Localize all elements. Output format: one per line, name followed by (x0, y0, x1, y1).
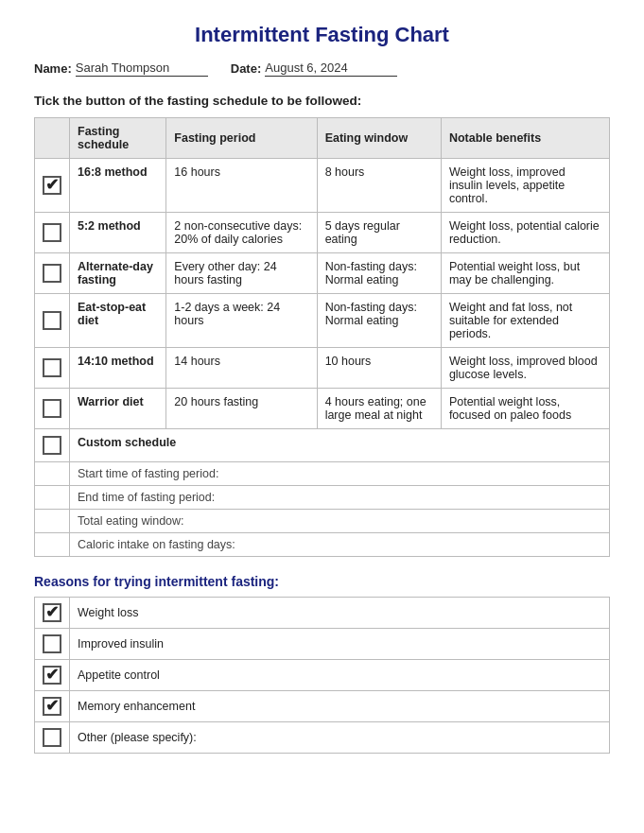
reason-row: Memory enhancement (35, 691, 610, 722)
table-row: 16:8 method16 hours8 hoursWeight loss, i… (35, 159, 610, 213)
custom-field-label: Caloric intake on fasting days: (70, 533, 610, 557)
reason-checkbox-cell[interactable] (35, 691, 70, 722)
custom-field-label: Start time of fasting period: (70, 462, 610, 486)
custom-field-label: Total eating window: (70, 510, 610, 533)
schedule-checkbox-cell[interactable] (35, 294, 70, 348)
section-prompt: Tick the button of the fasting schedule … (34, 94, 610, 108)
notable-benefits: Weight loss, improved blood glucose leve… (441, 348, 609, 389)
custom-field-label: End time of fasting period: (70, 486, 610, 510)
checkbox-icon[interactable] (43, 264, 61, 283)
checkbox-icon[interactable] (43, 176, 61, 195)
date-label: Date: (231, 61, 262, 76)
custom-field-row: End time of fasting period: (35, 486, 610, 510)
custom-schedule-checkbox-cell[interactable] (35, 429, 70, 462)
schedule-checkbox-cell[interactable] (35, 213, 70, 253)
reason-checkbox-cell[interactable] (35, 660, 70, 691)
reason-label: Other (please specify): (70, 722, 610, 754)
eating-window: Non-fasting days: Normal eating (317, 294, 441, 348)
checkbox-icon[interactable] (43, 223, 61, 242)
schedule-checkbox-cell[interactable] (35, 159, 70, 213)
fasting-schedule-table: Fasting schedule Fasting period Eating w… (34, 117, 610, 557)
col-header-checkbox (35, 118, 70, 159)
reason-checkbox-icon[interactable] (43, 603, 61, 622)
custom-field-empty (35, 486, 70, 510)
notable-benefits: Weight and fat loss, not suitable for ex… (441, 294, 609, 348)
eating-window: Non-fasting days: Normal eating (317, 253, 441, 294)
schedule-name: 14:10 method (70, 348, 166, 389)
reason-checkbox-icon[interactable] (43, 666, 61, 685)
checkbox-icon[interactable] (43, 311, 61, 330)
fasting-period: 16 hours (166, 159, 317, 213)
reason-checkbox-icon[interactable] (43, 728, 61, 747)
eating-window: 8 hours (317, 159, 441, 213)
page-title: Intermittent Fasting Chart (34, 23, 610, 47)
checkbox-icon[interactable] (43, 358, 61, 377)
reason-label: Memory enhancement (70, 691, 610, 722)
schedule-name: 16:8 method (70, 159, 166, 213)
schedule-name: Eat-stop-eat diet (70, 294, 166, 348)
schedule-name: 5:2 method (70, 213, 166, 253)
col-header-benefits: Notable benefits (441, 118, 609, 159)
reason-checkbox-cell[interactable] (35, 598, 70, 629)
custom-schedule-label: Custom schedule (70, 429, 610, 462)
table-row: Eat-stop-eat diet1-2 days a week: 24 hou… (35, 294, 610, 348)
fasting-period: 1-2 days a week: 24 hours (166, 294, 317, 348)
reason-checkbox-cell[interactable] (35, 629, 70, 660)
checkbox-icon[interactable] (43, 399, 61, 418)
schedule-checkbox-cell[interactable] (35, 253, 70, 294)
reason-label: Weight loss (70, 598, 610, 629)
reason-row: Weight loss (35, 598, 610, 629)
schedule-name: Alternate-day fasting (70, 253, 166, 294)
custom-field-empty (35, 533, 70, 557)
name-value: Sarah Thompson (76, 61, 208, 77)
custom-field-row: Caloric intake on fasting days: (35, 533, 610, 557)
custom-field-row: Total eating window: (35, 510, 610, 533)
reasons-title: Reasons for trying intermittent fasting: (34, 574, 610, 589)
fasting-period: 14 hours (166, 348, 317, 389)
notable-benefits: Weight loss, improved insulin levels, ap… (441, 159, 609, 213)
reason-checkbox-icon[interactable] (43, 634, 61, 653)
reason-label: Improved insulin (70, 629, 610, 660)
eating-window: 10 hours (317, 348, 441, 389)
eating-window: 4 hours eating; one large meal at night (317, 389, 441, 429)
notable-benefits: Potential weight loss, focused on paleo … (441, 389, 609, 429)
notable-benefits: Potential weight loss, but may be challe… (441, 253, 609, 294)
table-row: Alternate-day fastingEvery other day: 24… (35, 253, 610, 294)
schedule-name: Warrior diet (70, 389, 166, 429)
col-header-schedule: Fasting schedule (70, 118, 166, 159)
custom-field-empty (35, 462, 70, 486)
notable-benefits: Weight loss, potential calorie reduction… (441, 213, 609, 253)
col-header-eating: Eating window (317, 118, 441, 159)
table-row: 5:2 method2 non-consecutive days: 20% of… (35, 213, 610, 253)
fasting-period: 20 hours fasting (166, 389, 317, 429)
custom-schedule-row: Custom schedule (35, 429, 610, 462)
reason-label: Appetite control (70, 660, 610, 691)
date-value: August 6, 2024 (265, 61, 397, 77)
reason-checkbox-icon[interactable] (43, 697, 61, 716)
meta-row: Name: Sarah Thompson Date: August 6, 202… (34, 61, 610, 77)
fasting-period: Every other day: 24 hours fasting (166, 253, 317, 294)
col-header-fasting: Fasting period (166, 118, 317, 159)
reason-row: Improved insulin (35, 629, 610, 660)
table-header-row: Fasting schedule Fasting period Eating w… (35, 118, 610, 159)
schedule-checkbox-cell[interactable] (35, 348, 70, 389)
custom-field-row: Start time of fasting period: (35, 462, 610, 486)
custom-checkbox-icon[interactable] (43, 436, 61, 455)
reason-checkbox-cell[interactable] (35, 722, 70, 754)
reasons-table: Weight lossImproved insulinAppetite cont… (34, 597, 610, 754)
fasting-period: 2 non-consecutive days: 20% of daily cal… (166, 213, 317, 253)
schedule-checkbox-cell[interactable] (35, 389, 70, 429)
custom-field-empty (35, 510, 70, 533)
table-row: 14:10 method14 hours10 hoursWeight loss,… (35, 348, 610, 389)
table-row: Warrior diet20 hours fasting4 hours eati… (35, 389, 610, 429)
reason-row: Other (please specify): (35, 722, 610, 754)
reason-row: Appetite control (35, 660, 610, 691)
eating-window: 5 days regular eating (317, 213, 441, 253)
name-label: Name: (34, 61, 72, 76)
